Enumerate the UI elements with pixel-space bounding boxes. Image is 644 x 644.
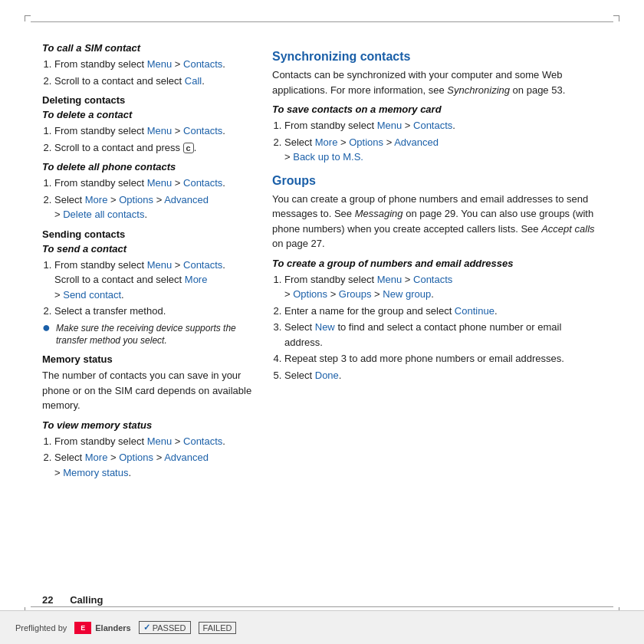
call-link: Call [185, 75, 202, 87]
list-item: From standby select Menu > Contacts. [54, 57, 257, 72]
advanced-link: Advanced [164, 194, 209, 205]
more-link: More [85, 452, 108, 463]
passed-box: ✓ PASSED [139, 621, 191, 634]
preflighted-label: Preflighted by [15, 623, 67, 632]
list-item: Select More > Options > Advanced> Delete… [54, 192, 257, 222]
right-column: Synchronizing contacts Contacts can be s… [272, 34, 602, 600]
options-link: Options [349, 136, 383, 148]
list-item: From standby select Menu > Contacts. [54, 176, 257, 191]
elanders-logo: E Elanders [74, 622, 130, 634]
list-item: Scroll to a contact and press c. [54, 140, 257, 156]
list-item: From standby select Menu > Contacts> Opt… [284, 272, 602, 302]
view-memory-title: To view memory status [42, 419, 257, 431]
sync-italic: Synchronizing [447, 84, 510, 96]
call-sim-steps: From standby select Menu > Contacts. Scr… [42, 57, 257, 88]
list-item: Select New to find and select a contact … [284, 320, 602, 350]
list-item: Select Done. [284, 368, 602, 383]
more-link: More [185, 274, 208, 285]
note-row: ● Make sure the receiving device support… [42, 322, 257, 348]
messaging-italic: Messaging [355, 208, 403, 219]
memory-status-body: The number of contacts you can save in y… [42, 368, 257, 413]
menu-link: Menu [147, 259, 172, 271]
delete-all-link: Delete all contacts [63, 209, 144, 220]
advanced-link: Advanced [394, 136, 439, 148]
contacts-link: Contacts [183, 58, 222, 70]
list-item: Repeat step 3 to add more phone numbers … [284, 351, 602, 366]
call-sim-title: To call a SIM contact [42, 42, 257, 54]
sync-body: Contacts can be synchronized with your c… [272, 67, 602, 97]
options-link: Options [119, 194, 153, 205]
passed-label: PASSED [153, 623, 186, 632]
groups-body: You can create a group of phone numbers … [272, 192, 602, 251]
footer-bar: Preflighted by E Elanders ✓ PASSED FAILE… [0, 610, 644, 644]
sync-heading: Synchronizing contacts [272, 50, 602, 64]
more-link: More [315, 136, 338, 148]
deleting-heading: Deleting contacts [42, 94, 257, 106]
backup-link: Back up to M.S. [293, 151, 363, 163]
more-link: More [85, 194, 108, 205]
left-column: To call a SIM contact From standby selec… [42, 34, 257, 600]
done-link: Done [315, 370, 339, 381]
contacts-link: Contacts [183, 177, 222, 189]
new-link: New [315, 321, 335, 333]
continue-link: Continue [455, 305, 495, 317]
list-item: From standby select Menu > Contacts. [284, 118, 602, 133]
top-border [31, 21, 613, 22]
save-memory-steps: From standby select Menu > Contacts. Sel… [272, 118, 602, 165]
groups-heading: Groups [272, 174, 602, 188]
chapter-name: Calling [70, 594, 103, 606]
list-item: Select More > Options > Advanced> Back u… [284, 135, 602, 165]
list-item: Select More > Options > Advanced> Memory… [54, 450, 257, 480]
delete-contact-steps: From standby select Menu > Contacts. Scr… [42, 123, 257, 155]
view-memory-steps: From standby select Menu > Contacts. Sel… [42, 434, 257, 481]
contacts-link: Contacts [183, 259, 222, 271]
send-contact-link: Send contact [63, 289, 121, 301]
list-item: Enter a name for the group and select Co… [284, 304, 602, 319]
menu-link: Menu [147, 125, 172, 136]
list-item: Scroll to a contact and select Call. [54, 74, 257, 89]
memory-status-link: Memory status [63, 467, 128, 478]
create-group-title: To create a group of numbers and email a… [272, 258, 602, 269]
save-memory-title: To save contacts on a memory card [272, 104, 602, 115]
page-number: 22 [42, 594, 53, 606]
contacts-link: Contacts [183, 125, 222, 136]
contacts-link: Contacts [413, 274, 452, 285]
corner-tl [25, 15, 31, 21]
brand-name: Elanders [95, 623, 130, 632]
check-icon: ✓ [143, 623, 150, 632]
groups-link: Groups [339, 288, 372, 300]
elanders-icon: E [74, 622, 91, 634]
content-area: To call a SIM contact From standby selec… [42, 34, 602, 600]
contacts-link: Contacts [183, 435, 222, 447]
menu-link: Menu [147, 177, 172, 189]
memory-status-heading: Memory status [42, 353, 257, 365]
menu-link: Menu [377, 120, 402, 131]
list-item: From standby select Menu > Contacts. [54, 434, 257, 449]
accept-calls-italic: Accept calls [541, 223, 594, 235]
failed-label: FAILED [203, 623, 232, 632]
menu-link: Menu [147, 58, 172, 70]
create-group-steps: From standby select Menu > Contacts> Opt… [272, 272, 602, 383]
delete-all-steps: From standby select Menu > Contacts. Sel… [42, 176, 257, 222]
page-container: To call a SIM contact From standby selec… [0, 0, 644, 644]
new-group-link: New group [383, 288, 431, 300]
list-item: Select a transfer method. [54, 304, 257, 319]
send-contact-steps: From standby select Menu > Contacts.Scro… [42, 258, 257, 319]
menu-link: Menu [147, 435, 172, 447]
list-item: From standby select Menu > Contacts.Scro… [54, 258, 257, 303]
options-link: Options [293, 288, 327, 300]
page-footer: 22 Calling [42, 594, 103, 606]
delete-all-title: To delete all phone contacts [42, 161, 257, 172]
sending-heading: Sending contacts [42, 228, 257, 240]
note-icon: ● [42, 320, 51, 334]
send-contact-title: To send a contact [42, 243, 257, 255]
options-link: Options [119, 452, 153, 463]
c-key: c [183, 143, 194, 153]
menu-link: Menu [377, 274, 402, 285]
failed-box: FAILED [199, 622, 237, 634]
list-item: From standby select Menu > Contacts. [54, 123, 257, 139]
advanced-link: Advanced [164, 452, 209, 463]
delete-contact-title: To delete a contact [42, 109, 257, 120]
note-text: Make sure the receiving device supports … [56, 322, 257, 348]
corner-tr [613, 15, 619, 21]
